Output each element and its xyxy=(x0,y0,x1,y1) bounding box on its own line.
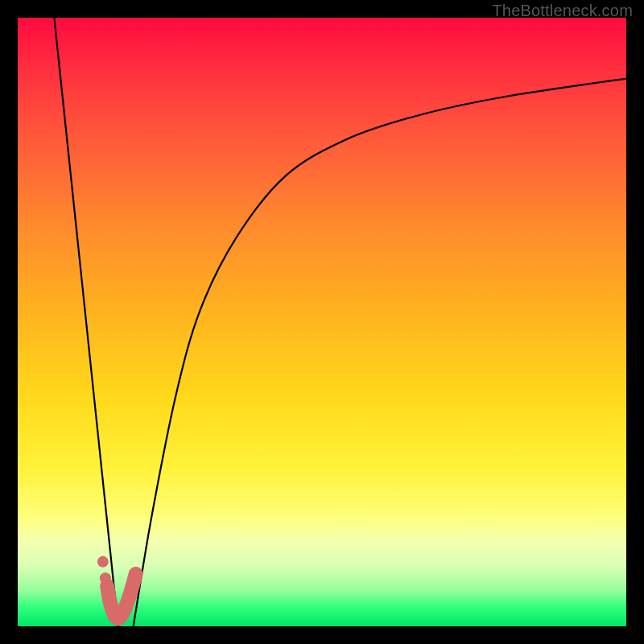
marker-dot xyxy=(97,556,109,568)
j-marker xyxy=(107,574,136,618)
watermark-text: TheBottleneck.com xyxy=(492,2,633,20)
left-falling-line xyxy=(54,18,118,626)
chart-svg xyxy=(18,18,626,626)
chart-frame xyxy=(18,18,626,626)
saturating-curve xyxy=(134,79,626,626)
marker-dot xyxy=(100,572,111,584)
